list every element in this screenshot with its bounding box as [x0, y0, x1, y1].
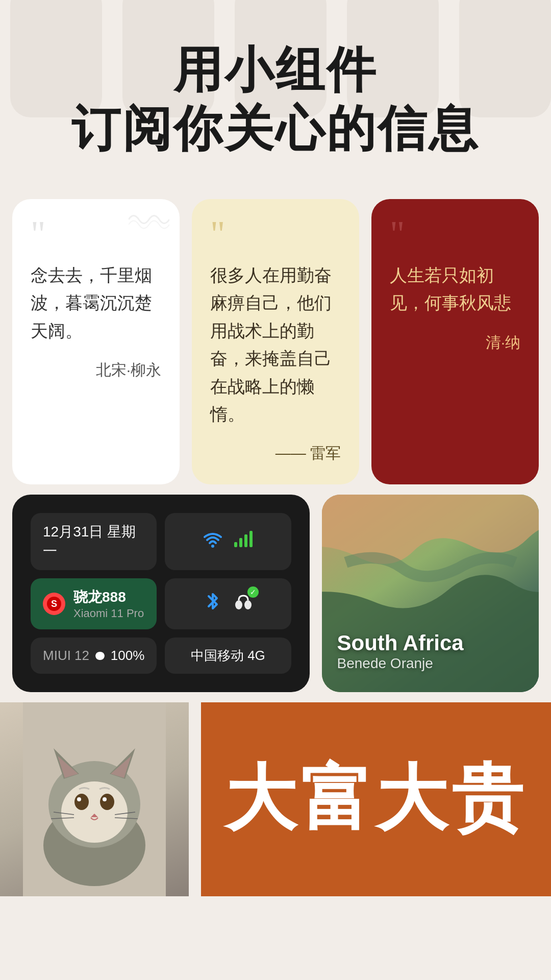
quote-text-red: 人生若只如初见，何事秋风悲: [390, 261, 520, 317]
map-region: Benede Oranje: [337, 655, 464, 672]
hero-title-line1: 用小组件: [31, 41, 520, 100]
battery-percentage: 100%: [111, 648, 145, 664]
chip-model: Xiaomi 11 Pro: [73, 607, 144, 620]
date-block: 12月31日 星期一: [31, 513, 157, 570]
map-country: South Africa: [337, 631, 464, 655]
battery-bar: [95, 652, 105, 660]
network-block: 中国移动 4G: [165, 638, 291, 674]
cat-svg: [23, 702, 166, 896]
chip-logo: S: [43, 593, 65, 615]
quote-mark-cream: ": [210, 219, 341, 249]
svg-point-0: [211, 545, 214, 548]
date-text: 12月31日 星期一: [43, 522, 144, 561]
svg-point-7: [235, 600, 242, 609]
svg-point-18: [74, 794, 89, 810]
connected-badge: ✓: [247, 586, 259, 598]
svg-point-17: [61, 781, 128, 843]
quote-text-cream: 很多人在用勤奋麻痹自己，他们用战术上的勤奋，来掩盖自己在战略上的懒惰。: [210, 261, 341, 428]
quote-card-red: " 人生若只如初见，何事秋风悲 清·纳: [371, 199, 539, 484]
hero-title-wrapper: 用小组件 订阅你关心的信息: [31, 41, 520, 158]
system-block: MIUI 12 100%: [31, 638, 157, 674]
quote-mark-white: ": [31, 219, 161, 249]
hero-title: 用小组件 订阅你关心的信息: [31, 41, 520, 158]
hero-section: 用小组件 订阅你关心的信息: [0, 0, 551, 189]
svg-rect-1: [234, 542, 237, 547]
system-label: MIUI 12: [43, 648, 89, 664]
svg-point-21: [103, 797, 107, 801]
svg-rect-4: [249, 531, 253, 547]
bluetooth-block: ✓: [165, 578, 291, 629]
device-widget: 12月31日 星期一: [12, 495, 310, 692]
cat-widget: [0, 702, 189, 896]
quote-text-white: 念去去，千里烟波，暮霭沉沉楚天阔。: [31, 261, 161, 345]
device-map-row: 12月31日 星期一: [0, 495, 551, 702]
quote-card-white: " 念去去，千里烟波，暮霭沉沉楚天阔。 北宋·柳永: [12, 199, 180, 484]
fortune-text: 大富大贵: [225, 751, 527, 848]
earphone-container: ✓: [232, 591, 255, 618]
chip-name: 骁龙888: [73, 587, 144, 607]
quote-author-cream: —— 雷军: [210, 443, 341, 464]
cat-image: [0, 702, 189, 896]
svg-point-20: [77, 797, 81, 801]
bluetooth-icon: [202, 590, 224, 618]
svg-text:S: S: [51, 599, 57, 609]
svg-rect-2: [239, 538, 242, 547]
chip-info: 骁龙888 Xiaomi 11 Pro: [73, 587, 144, 620]
wifi-block: [165, 513, 291, 570]
battery-fill: [95, 652, 105, 660]
quote-author-red: 清·纳: [390, 332, 520, 353]
quote-card-cream: " 很多人在用勤奋麻痹自己，他们用战术上的勤奋，来掩盖自己在战略上的懒惰。 ——…: [192, 199, 359, 484]
earphone-icon: [232, 596, 255, 617]
hero-title-line2: 订阅你关心的信息: [31, 100, 520, 158]
chip-block: S 骁龙888 Xiaomi 11 Pro: [31, 578, 157, 629]
svg-point-19: [100, 794, 114, 810]
fortune-widget: 大富大贵: [201, 702, 551, 896]
quote-author-white: 北宋·柳永: [31, 360, 161, 381]
svg-point-8: [244, 600, 252, 609]
map-label: South Africa Benede Oranje: [337, 631, 464, 672]
svg-rect-3: [244, 534, 247, 547]
network-text: 中国移动 4G: [191, 647, 265, 665]
bottom-row: 大富大贵: [0, 702, 551, 896]
map-widget: South Africa Benede Oranje: [322, 495, 539, 692]
signal-icon: [232, 528, 255, 555]
quote-cards-row: " 念去去，千里烟波，暮霭沉沉楚天阔。 北宋·柳永 " 很多人在用勤奋麻痹自己，…: [0, 189, 551, 495]
wifi-icon: [202, 528, 224, 555]
quote-mark-red: ": [390, 219, 520, 249]
